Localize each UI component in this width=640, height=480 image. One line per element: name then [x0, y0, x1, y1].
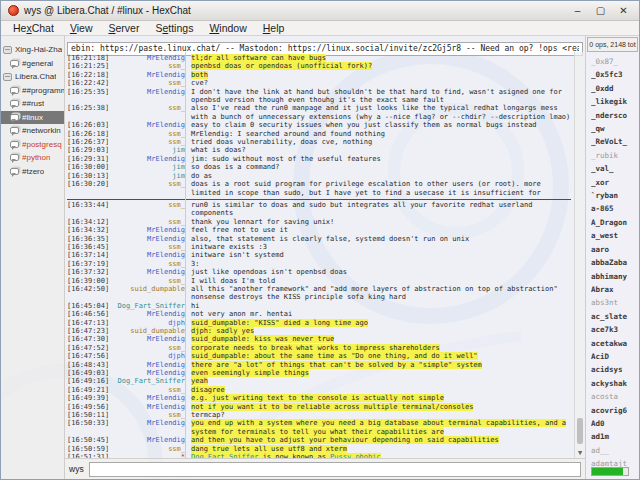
user-list-item[interactable]: _0xdd	[591, 82, 639, 95]
network-icon	[3, 73, 12, 81]
message-timestamp: [16:22:42]	[67, 79, 111, 87]
user-list-item[interactable]: acidsys	[591, 363, 639, 376]
user-list-item[interactable]: Ad0	[591, 417, 639, 430]
menu-window[interactable]: Window	[201, 22, 254, 34]
message-timestamp: [16:34:12]	[67, 218, 111, 226]
user-list-item[interactable]: A_Dragon	[591, 216, 639, 229]
user-list-item[interactable]: AciD	[591, 350, 639, 363]
message-timestamp: [16:36:45]	[67, 243, 111, 251]
channel-item--rust[interactable]: ##rust	[1, 97, 64, 111]
message-input[interactable]	[89, 462, 581, 477]
message-text: corporate needs to break what works to i…	[189, 344, 571, 352]
message-nick: MrElendig	[115, 235, 185, 243]
message-timestamp: [16:26:18]	[67, 130, 111, 138]
menu-server[interactable]: Server	[100, 22, 147, 34]
user-list-item[interactable]: _ReVoLt_	[591, 135, 639, 148]
message-text: suid_dumpable: about the same time as "D…	[189, 352, 571, 360]
channel-item--postgresq[interactable]: #postgresq	[1, 138, 64, 152]
user-list-item[interactable]: adamtajt	[591, 457, 639, 467]
channel-bubble-icon	[10, 60, 19, 67]
topic-bar	[65, 36, 585, 52]
message-nick: suid_dumpable	[115, 327, 185, 335]
message-timestamp: [16:37:32]	[67, 268, 111, 276]
user-list-item[interactable]: abbaZaba	[591, 256, 639, 269]
user-count-label: 0 ops, 2148 tot	[587, 37, 638, 52]
channel-bubble-icon	[10, 127, 19, 134]
user-list-item[interactable]: acosta	[591, 390, 639, 403]
menu-hexchat[interactable]: HexChat	[5, 22, 62, 34]
scrollbar-thumb[interactable]	[577, 418, 583, 444]
channel-item--python[interactable]: #python	[1, 151, 64, 165]
user-list-item[interactable]: abs3nt	[591, 296, 639, 309]
channel-item--programm[interactable]: ##programm	[1, 84, 64, 98]
user-list-item[interactable]: Abrax	[591, 283, 639, 296]
user-list-item[interactable]: _0x87_	[591, 55, 639, 68]
chat-scrollbar[interactable]: ▼	[574, 52, 585, 458]
chat-message: [16:25:35]MrElendigI don't have the link…	[67, 88, 571, 105]
channel-item--tzero[interactable]: #tzero	[1, 165, 64, 179]
message-text: initware isn't systemd	[189, 251, 571, 259]
user-list-item[interactable]: a_west	[591, 229, 639, 242]
input-bar: wys	[65, 458, 585, 479]
user-list-item[interactable]: _likegik	[591, 95, 639, 108]
chat-message: [16:39:00]ssm_I will doas I'm told	[67, 277, 571, 285]
user-list-item[interactable]: _rubik	[591, 149, 639, 162]
message-text: I will doas I'm told	[189, 277, 571, 285]
maximize-button[interactable]: ▢	[592, 3, 609, 19]
message-nick: MrElendig	[115, 155, 185, 163]
minimize-button[interactable]: –	[569, 3, 586, 19]
tree-item-label: ##rust	[22, 99, 44, 108]
message-timestamp: [16:48:43]	[67, 361, 111, 369]
menu-settings[interactable]: Settings	[147, 22, 201, 34]
channel-item--networkin[interactable]: #networkin	[1, 124, 64, 138]
chat-message: [16:50:11]ssm_termcap?	[67, 411, 571, 419]
message-timestamp: [16:34:32]	[67, 226, 111, 234]
title-bar: wys @ Libera.Chat / #linux - HexChat – ▢…	[1, 1, 639, 21]
message-text: disagree	[189, 386, 571, 394]
chat-message: [16:36:35]MrElendigalso, that statement …	[67, 235, 571, 243]
user-list-item[interactable]: _xor	[591, 176, 639, 189]
message-text: easy to claim 0 security issues when you…	[189, 121, 571, 129]
message-text: and then you have to adjust your behavio…	[189, 436, 571, 444]
message-text: jim: sudo without most of the useful fea…	[189, 155, 571, 163]
user-list-item[interactable]: ace7k3	[591, 323, 639, 336]
menu-help[interactable]: Help	[255, 22, 293, 34]
message-text: openbsd doas or opendoas (unofficial for…	[189, 62, 571, 70]
user-list-item[interactable]: _val_	[591, 162, 639, 175]
message-nick: MrElendig	[115, 369, 185, 377]
network-item-libera-chat[interactable]: Libera.Chat	[1, 70, 64, 84]
menu-view[interactable]: View	[62, 22, 101, 34]
user-list-item[interactable]: ackyshak	[591, 377, 639, 390]
message-text: 3:	[189, 260, 571, 268]
message-text: do as	[189, 172, 571, 180]
channel-item--general[interactable]: #general	[1, 57, 64, 71]
user-list-item[interactable]: acovrig6	[591, 404, 639, 417]
user-list-item[interactable]: ad1m	[591, 430, 639, 443]
message-timestamp: [16:36:35]	[67, 235, 111, 243]
message-timestamp: [16:49:21]	[67, 386, 111, 394]
network-item-xing-hai-zha[interactable]: Xing-Hai-Zha	[1, 43, 64, 57]
tree-item-label: Libera.Chat	[15, 72, 56, 81]
user-list-item[interactable]: a-865	[591, 202, 639, 215]
message-nick: ssm_	[115, 138, 185, 146]
message-nick: MrElendig	[115, 361, 185, 369]
message-nick: MrElendig	[115, 226, 185, 234]
message-timestamp: [16:21:25]	[67, 62, 111, 70]
user-list-item[interactable]: ac_slate	[591, 310, 639, 323]
user-list-item[interactable]: _0x5fc3	[591, 68, 639, 81]
user-list-item[interactable]: acetakwa	[591, 337, 639, 350]
close-button[interactable]: ✕	[615, 3, 632, 19]
user-list-item[interactable]: `ryban	[591, 189, 639, 202]
user-list-item[interactable]: _ndersco	[591, 109, 639, 122]
tree-item-label: #linux	[22, 113, 43, 122]
user-list-item[interactable]: aaro	[591, 243, 639, 256]
user-list-item[interactable]: abhimany	[591, 270, 639, 283]
user-list-item[interactable]: ad__	[591, 444, 639, 457]
user-list-item[interactable]: _qw	[591, 122, 639, 135]
tree-item-label: #postgresq	[22, 140, 62, 149]
channel-item--linux[interactable]: #linux	[1, 111, 64, 125]
chat-message: [16:37:32]MrElendigjust like opendoas is…	[67, 268, 571, 276]
scrollbar-down-arrow-icon[interactable]: ▼	[575, 449, 585, 457]
message-nick: ssm_	[115, 344, 185, 352]
message-nick: ssm_	[115, 218, 185, 226]
